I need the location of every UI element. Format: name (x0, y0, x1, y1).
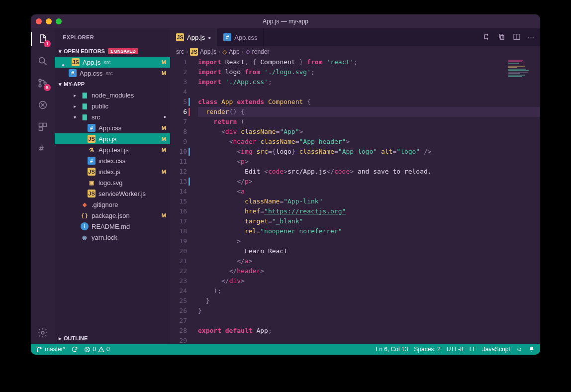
files-badge: 1 (44, 40, 51, 47)
open-editors-section[interactable]: ▾ OPEN EDITORS 1 UNSAVED (55, 46, 170, 57)
eol[interactable]: LF (470, 346, 476, 353)
close-window-button[interactable] (36, 18, 42, 24)
tree-item[interactable]: ▣logo.svg (55, 177, 170, 188)
bell-icon[interactable] (528, 346, 535, 353)
tree-item[interactable]: JSApp.jsM (55, 133, 170, 144)
tree-item[interactable]: #index.css (55, 155, 170, 166)
language-mode[interactable]: JavaScript (482, 346, 510, 353)
outline-section[interactable]: ▸ OUTLINE (55, 333, 170, 344)
tree-item[interactable]: ▾▇src● (55, 111, 170, 122)
git-branch[interactable]: master* (36, 346, 65, 353)
project-section[interactable]: ▾ MY-APP (55, 79, 170, 90)
tree-item[interactable]: ▸▇node_modules (55, 90, 170, 100)
sync-icon[interactable] (71, 346, 78, 353)
tree-item[interactable]: ⚗App.test.jsM (55, 144, 170, 155)
svg-text:#: # (39, 144, 44, 153)
titlebar: App.js — my-app (31, 14, 540, 28)
chevron-down-icon: ▾ (57, 81, 64, 88)
minimap[interactable] (508, 59, 538, 104)
tree-item[interactable]: iREADME.md (55, 221, 170, 232)
feedback-icon[interactable]: ☺ (516, 346, 522, 353)
tree-item[interactable]: #App.cssM (55, 122, 170, 133)
vscode-window: App.js — my-app 1 5 # (31, 14, 540, 355)
svg-point-2 (39, 85, 41, 87)
split-editor-icon[interactable] (513, 33, 521, 42)
extensions-icon[interactable] (36, 120, 50, 134)
breadcrumb-part[interactable]: src (176, 48, 184, 55)
indentation[interactable]: Spaces: 2 (414, 346, 440, 353)
chevron-right-icon: ▸ (57, 335, 64, 342)
copy-icon[interactable] (498, 33, 506, 42)
editor-group: JSApp.js●#App.css ⋯ src › JS (170, 28, 540, 344)
window-title: App.js — my-app (31, 18, 540, 25)
svg-rect-11 (499, 34, 503, 38)
chevron-down-icon: ▾ (57, 48, 64, 55)
search-icon[interactable] (36, 54, 50, 68)
open-editor-item[interactable]: #App.csssrcM (55, 68, 170, 79)
tree-item[interactable]: JSindex.jsM (55, 166, 170, 177)
svg-point-13 (37, 347, 38, 348)
scm-icon[interactable]: 5 (36, 76, 50, 90)
tree-item[interactable]: ▸▇public (55, 100, 170, 111)
tree-item[interactable]: ◆.gitignore (55, 199, 170, 210)
line-gutter: 1234567891011121314151617181920212223242… (170, 57, 192, 344)
encoding[interactable]: UTF-8 (447, 346, 464, 353)
editor-tab[interactable]: #App.css (217, 28, 264, 46)
svg-rect-10 (500, 35, 504, 39)
compare-icon[interactable] (483, 33, 491, 42)
svg-rect-5 (39, 123, 43, 127)
unsaved-pill: 1 UNSAVED (108, 48, 138, 54)
tree-item[interactable]: { }package.jsonM (55, 210, 170, 221)
js-icon: JS (190, 48, 198, 56)
open-editor-item[interactable]: JSApp.jssrcM (55, 57, 170, 68)
breadcrumb-part[interactable]: render (252, 48, 270, 55)
puzzle-icon[interactable]: # (36, 142, 50, 156)
sidebar-title: EXPLORER (55, 28, 170, 46)
breadcrumb[interactable]: src › JS App.js › ◇ App › ◇ render (170, 46, 540, 57)
svg-rect-6 (43, 123, 47, 127)
code-content[interactable]: import React, { Component } from 'react'… (192, 57, 540, 344)
tab-bar: JSApp.js●#App.css ⋯ (170, 28, 540, 46)
cursor-position[interactable]: Ln 6, Col 13 (376, 346, 408, 353)
svg-point-14 (37, 350, 38, 351)
svg-point-0 (39, 58, 45, 63)
more-icon[interactable]: ⋯ (528, 34, 534, 41)
code-editor[interactable]: 1234567891011121314151617181920212223242… (170, 57, 540, 344)
debug-icon[interactable] (36, 98, 50, 112)
minimize-window-button[interactable] (46, 18, 52, 24)
sidebar: EXPLORER ▾ OPEN EDITORS 1 UNSAVED JSApp.… (55, 28, 170, 344)
scm-badge: 5 (44, 84, 51, 91)
svg-rect-7 (39, 127, 43, 131)
activity-bar: 1 5 # (31, 28, 55, 344)
tree-item[interactable]: ◉yarn.lock (55, 232, 170, 243)
breadcrumb-part[interactable]: App.js (200, 48, 216, 55)
breadcrumb-part[interactable]: App (229, 48, 239, 55)
problems[interactable]: 0 0 (84, 346, 109, 353)
gear-icon[interactable] (36, 326, 50, 340)
maximize-window-button[interactable] (56, 18, 62, 24)
files-icon[interactable]: 1 (36, 32, 50, 46)
tree-item[interactable]: JSserviceWorker.js (55, 188, 170, 199)
svg-point-1 (39, 79, 41, 82)
status-bar: master* 0 0 Ln 6, Col 13 Spaces: 2 UTF-8… (31, 344, 540, 355)
editor-tab[interactable]: JSApp.js● (170, 28, 217, 46)
svg-point-9 (41, 331, 44, 334)
